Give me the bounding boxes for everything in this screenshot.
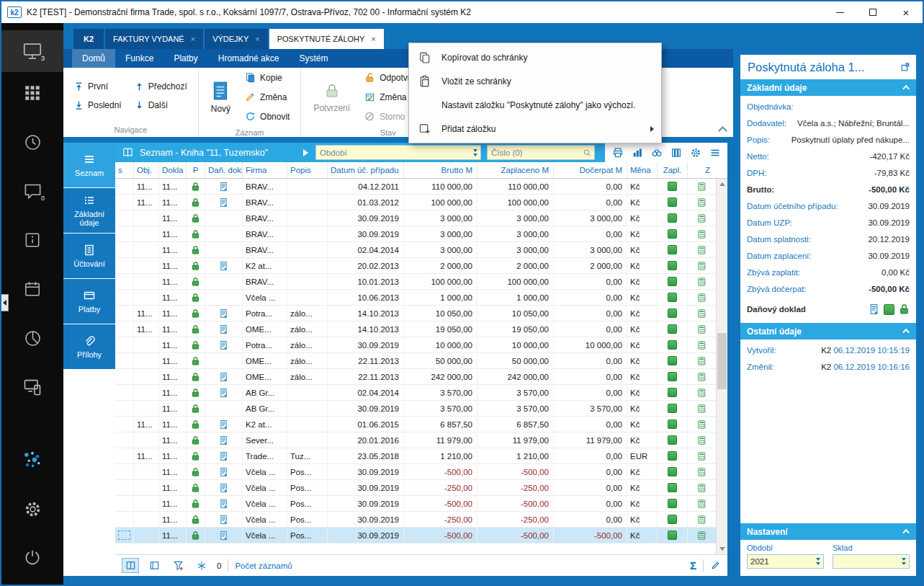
table-row[interactable]: 11... 11... <box>115 195 716 210</box>
dropdown-chevrons-icon[interactable] <box>470 148 480 157</box>
subnav-item-zakladni-udaje[interactable]: Základní údaje <box>63 188 115 233</box>
subnav-item-prilohy[interactable]: Přílohy <box>63 324 115 369</box>
sidebar-social-button[interactable] <box>1 439 63 481</box>
sidebar-history-button[interactable] <box>1 121 63 163</box>
col-header-datum[interactable]: Datum úč. případu <box>328 162 404 178</box>
table-row[interactable]: 11... Včela ... <box>115 496 716 512</box>
table-row[interactable]: 11... BRAV... <box>115 226 716 242</box>
sidebar-settings-button[interactable] <box>1 488 63 530</box>
table-row[interactable]: 11... 11... <box>115 179 716 195</box>
vertical-scrollbar[interactable] <box>716 179 727 554</box>
period-combo-input[interactable] <box>748 557 813 566</box>
print-icon[interactable] <box>612 147 624 159</box>
col-header-brutto[interactable]: Brutto M <box>404 162 477 178</box>
next-button[interactable]: Další <box>130 99 192 112</box>
sidebar-messages-button[interactable]: 0 <box>1 170 63 212</box>
last-button[interactable]: Poslední <box>69 99 127 112</box>
binoculars-icon[interactable] <box>651 147 663 159</box>
period-combo[interactable] <box>747 554 824 569</box>
ribbon-tab-platby[interactable]: Platby <box>163 49 207 68</box>
refresh-button[interactable]: Obnovit <box>240 110 295 123</box>
table-row[interactable]: 11... 11... <box>115 306 716 321</box>
confirm-button[interactable]: Potvrzení <box>307 80 356 115</box>
menu-item-copy-to-clipboard[interactable]: Kopírovat do schránky <box>409 45 661 69</box>
table-row[interactable]: 11... Včela ... <box>115 512 716 528</box>
settings-gear-icon[interactable] <box>690 147 701 159</box>
section-zakladni-udaje[interactable]: Základní údaje <box>740 79 916 96</box>
table-row[interactable]: 11... AB Gr... <box>115 401 716 417</box>
tab-k2[interactable]: K2 <box>73 29 104 49</box>
col-header-doklad[interactable]: Dokla <box>159 162 187 178</box>
table-row[interactable]: 11... 11... <box>115 448 716 464</box>
collapse-chevron-icon[interactable] <box>902 329 910 336</box>
ribbon-tab-system[interactable]: Systém <box>289 49 338 68</box>
col-header-zaplaceno[interactable]: Zaplaceno M <box>477 162 554 178</box>
table-row[interactable]: 11... OME... <box>115 353 716 369</box>
panel-view-button[interactable] <box>145 558 163 573</box>
dropdown-chevrons-icon[interactable] <box>813 557 823 566</box>
stock-combo[interactable] <box>833 554 910 569</box>
sidebar-calendar-button[interactable] <box>1 268 63 310</box>
ribbon-tab-hromadne-akce[interactable]: Hromadné akce <box>208 49 290 68</box>
chart-icon[interactable] <box>632 147 643 159</box>
table-row[interactable]: 11... AB Gr... <box>115 385 716 401</box>
sidebar-devices-button[interactable] <box>1 366 63 408</box>
col-header-s[interactable]: s <box>115 162 134 178</box>
open-in-window-icon[interactable] <box>900 62 910 72</box>
col-header-zapl[interactable]: Zapl. <box>658 162 688 178</box>
scrollbar-thumb[interactable] <box>717 333 727 389</box>
col-header-docerpat[interactable]: Dočerpat M <box>554 162 627 178</box>
tab-close-icon[interactable]: × <box>191 35 195 43</box>
sidebar-info-button[interactable] <box>1 219 63 261</box>
ribbon-tab-domu[interactable]: Domů <box>72 49 115 68</box>
menu-item-add-bookmark[interactable]: Přidat záložku <box>409 117 661 141</box>
maximize-button[interactable] <box>856 1 889 23</box>
tab-close-icon[interactable]: × <box>255 35 259 43</box>
ribbon-collapse-chevron-icon[interactable] <box>718 126 727 136</box>
close-button[interactable]: × <box>889 1 923 23</box>
table-row[interactable]: 11... Včela ... <box>115 528 716 543</box>
freeze-button[interactable] <box>193 558 210 573</box>
sum-icon[interactable]: Σ <box>690 559 696 572</box>
table-row[interactable]: 11... BRAV... <box>115 274 716 290</box>
table-row[interactable]: 11... Potra... <box>115 337 716 353</box>
first-button[interactable]: První <box>69 80 127 93</box>
previous-button[interactable]: Předchozí <box>130 80 192 93</box>
tab-close-icon[interactable]: × <box>371 35 375 43</box>
minimize-button[interactable] <box>823 1 856 23</box>
scroll-down-icon[interactable] <box>717 543 727 554</box>
col-header-z[interactable]: Z <box>688 162 727 178</box>
col-header-dan-dokl[interactable]: Daň. dokl. <box>205 162 243 178</box>
sidebar-reports-button[interactable] <box>1 317 63 359</box>
subnav-item-seznam[interactable]: Seznam <box>63 143 115 187</box>
scroll-up-icon[interactable] <box>717 179 727 190</box>
col-header-p[interactable]: P <box>187 162 205 178</box>
table-row[interactable]: 11... Sever... <box>115 432 716 448</box>
table-row[interactable]: 11... K2 at... <box>115 258 716 274</box>
menu-icon[interactable] <box>709 147 721 159</box>
sidebar-desktop-button[interactable]: 3 <box>1 30 63 72</box>
sidebar-modules-button[interactable] <box>1 72 63 114</box>
change-button[interactable]: Změna <box>240 90 295 104</box>
subnav-item-platby[interactable]: Platby <box>63 279 115 324</box>
table-row[interactable]: 11... OME... <box>115 369 716 385</box>
tab-poskytnute-zalohy[interactable]: POSKYTNUTÉ ZÁLOHY× <box>269 29 384 49</box>
menu-item-set-default-tab[interactable]: Nastavit záložku "Poskytnuté zálohy" jak… <box>409 93 661 117</box>
edit-icon[interactable] <box>710 560 721 571</box>
table-row[interactable]: 11... Včela ... <box>115 480 716 496</box>
stock-combo-input[interactable] <box>833 557 899 566</box>
sidebar-power-button[interactable] <box>1 537 63 579</box>
section-ostatni-udaje[interactable]: Ostatní údaje <box>740 323 916 339</box>
table-row[interactable]: 11... Včela ... <box>115 464 716 480</box>
col-header-popis[interactable]: Popis <box>287 162 328 178</box>
ribbon-tab-funkce[interactable]: Funkce <box>115 49 163 68</box>
book-view-button[interactable] <box>122 558 139 573</box>
col-header-mena[interactable]: Měna <box>627 162 658 178</box>
number-filter[interactable] <box>487 145 595 160</box>
filter-button[interactable] <box>169 558 187 573</box>
tab-vydejky[interactable]: VÝDEJKY× <box>205 29 268 49</box>
period-filter-input[interactable] <box>316 148 470 157</box>
section-nastaveni[interactable]: Nastavení <box>740 523 916 540</box>
subnav-item-uctovani[interactable]: Účtování <box>63 234 115 278</box>
copy-button[interactable]: Kopie <box>240 71 295 84</box>
